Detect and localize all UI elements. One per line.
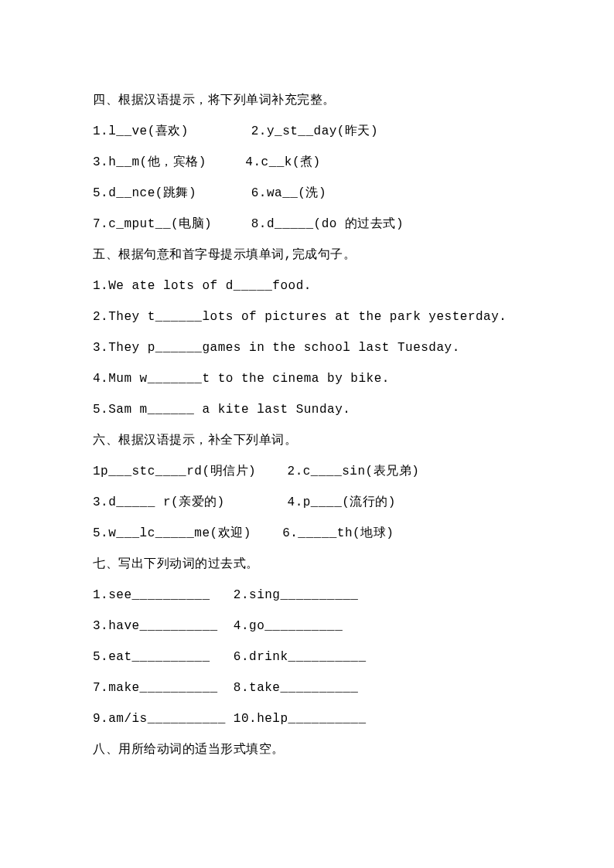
section5-item: 1.We ate lots of d_____food. <box>93 271 521 301</box>
section8-title: 八、用所给动词的适当形式填空。 <box>93 734 521 765</box>
section6-title: 六、根据汉语提示，补全下列单词。 <box>93 425 521 456</box>
section6-item: 3.d_____ r(亲爱的) 4.p____(流行的) <box>93 487 521 518</box>
section7-item: 1.see__________ 2.sing__________ <box>93 580 521 611</box>
document-content: 四、根据汉语提示，将下列单词补充完整。 1.l__ve(喜欢) 2.y_st__… <box>93 85 521 765</box>
section7-item: 5.eat__________ 6.drink__________ <box>93 642 521 672</box>
section7-item: 7.make__________ 8.take__________ <box>93 672 521 703</box>
section5-item: 5.Sam m______ a kite last Sunday. <box>93 394 521 425</box>
section5-title: 五、根据句意和首字母提示填单词,完成句子。 <box>93 240 521 271</box>
section4-item: 1.l__ve(喜欢) 2.y_st__day(昨天) <box>93 116 521 147</box>
section4-item: 5.d__nce(跳舞) 6.wa__(洗) <box>93 178 521 209</box>
section7-item: 9.am/is__________ 10.help__________ <box>93 703 521 734</box>
section7-title: 七、写出下列动词的过去式。 <box>93 549 521 580</box>
section5-item: 2.They t______lots of pictures at the pa… <box>93 301 521 332</box>
section4-title: 四、根据汉语提示，将下列单词补充完整。 <box>93 85 521 116</box>
section5-item: 4.Mum w_______t to the cinema by bike. <box>93 363 521 394</box>
section7-item: 3.have__________ 4.go__________ <box>93 611 521 642</box>
section6-item: 5.w___lc_____me(欢迎) 6._____th(地球) <box>93 518 521 549</box>
section4-item: 3.h__m(他，宾格) 4.c__k(煮) <box>93 147 521 178</box>
section6-item: 1p___stc____rd(明信片) 2.c____sin(表兄弟) <box>93 456 521 487</box>
section4-item: 7.c_mput__(电脑) 8.d_____(do 的过去式) <box>93 209 521 240</box>
section5-item: 3.They p______games in the school last T… <box>93 332 521 363</box>
